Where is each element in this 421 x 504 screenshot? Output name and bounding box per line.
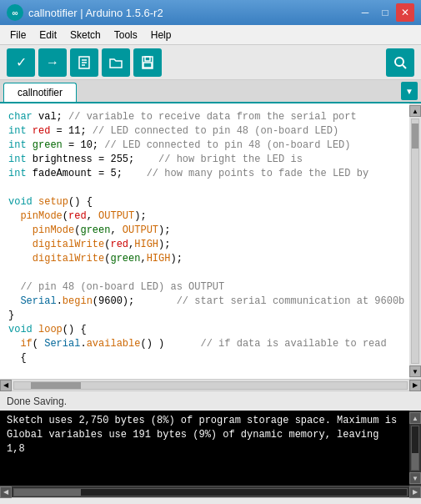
console-h-scroll-right-button[interactable]: ▶ <box>409 486 421 498</box>
editor-content[interactable]: char val; // variable to receive data fr… <box>0 103 409 379</box>
console-h-scroll-left-button[interactable]: ◀ <box>0 486 12 498</box>
new-icon <box>77 55 92 70</box>
editor-container: char val; // variable to receive data fr… <box>0 103 421 379</box>
save-button[interactable] <box>133 48 162 77</box>
menu-tools[interactable]: Tools <box>108 28 144 43</box>
editor-scrollbar[interactable]: ▲ ▼ <box>409 103 421 379</box>
new-button[interactable] <box>70 48 98 77</box>
maximize-button[interactable]: □ <box>376 3 394 22</box>
svg-line-8 <box>403 65 406 68</box>
upload-button[interactable]: → <box>38 48 67 77</box>
console-scrollbar-track[interactable] <box>411 426 419 471</box>
verify-button[interactable]: ✓ <box>7 48 35 77</box>
bottom-status: 4 Arduino Uno on COM4 <box>0 497 421 504</box>
title-bar: ∞ callnotifier | Arduino 1.5.6-r2 ─ □ ✕ <box>0 0 421 25</box>
menu-edit[interactable]: Edit <box>33 28 63 43</box>
title-bar-left: ∞ callnotifier | Arduino 1.5.6-r2 <box>7 4 163 21</box>
h-scroll-track[interactable] <box>13 381 408 390</box>
open-icon <box>108 55 123 70</box>
console-line1: Sketch uses 2,750 bytes (8%) of program … <box>7 415 397 426</box>
console-h-scroll-thumb[interactable] <box>14 489 81 496</box>
menu-help[interactable]: Help <box>144 28 178 43</box>
console-scrollbar[interactable]: ▲ ▼ <box>409 411 421 486</box>
console-container: Sketch uses 2,750 bytes (8%) of program … <box>0 411 421 486</box>
h-scroll-thumb[interactable] <box>31 382 81 389</box>
svg-rect-5 <box>145 57 150 61</box>
console-scroll-up-button[interactable]: ▲ <box>409 412 421 424</box>
window-controls: ─ □ ✕ <box>356 3 414 22</box>
console-scrollbar-thumb[interactable] <box>412 453 418 470</box>
console-h-scrollbar: ◀ ▶ <box>0 486 421 497</box>
console-content: Sketch uses 2,750 bytes (8%) of program … <box>0 411 409 486</box>
tab-bar: callnotifier ▼ <box>0 80 421 103</box>
menu-sketch[interactable]: Sketch <box>63 28 108 43</box>
h-scroll-left-button[interactable]: ◀ <box>0 380 12 391</box>
h-scroll-right-button[interactable]: ▶ <box>409 380 421 391</box>
status-text: Done Saving. <box>7 396 67 407</box>
tab-label: callnotifier <box>18 87 63 98</box>
save-icon <box>140 55 155 70</box>
scrollbar-thumb[interactable] <box>412 123 418 149</box>
h-scrollbar: ◀ ▶ <box>0 379 421 391</box>
menu-bar: File Edit Sketch Tools Help <box>0 25 421 45</box>
minimize-button[interactable]: ─ <box>356 3 374 22</box>
scrollbar-track[interactable] <box>411 118 419 364</box>
console-scroll-down-button[interactable]: ▼ <box>409 472 421 484</box>
search-button[interactable] <box>386 48 414 77</box>
status-bar: Done Saving. <box>0 391 421 411</box>
scroll-up-button[interactable]: ▲ <box>409 105 421 117</box>
console-line2: Global variables use 191 bytes (9%) of d… <box>7 429 385 455</box>
tab-callnotifier[interactable]: callnotifier <box>3 83 77 102</box>
scroll-down-button[interactable]: ▼ <box>409 365 421 377</box>
arduino-logo: ∞ <box>7 4 23 21</box>
toolbar: ✓ → <box>0 45 421 80</box>
search-icon <box>393 55 408 70</box>
open-button[interactable] <box>102 48 130 77</box>
svg-rect-6 <box>143 63 152 68</box>
svg-point-7 <box>395 58 403 66</box>
tab-dropdown-button[interactable]: ▼ <box>401 82 418 100</box>
window-title: callnotifier | Arduino 1.5.6-r2 <box>28 7 163 19</box>
console-h-scroll-track[interactable] <box>13 488 408 496</box>
close-button[interactable]: ✕ <box>396 3 414 22</box>
menu-file[interactable]: File <box>3 28 33 43</box>
